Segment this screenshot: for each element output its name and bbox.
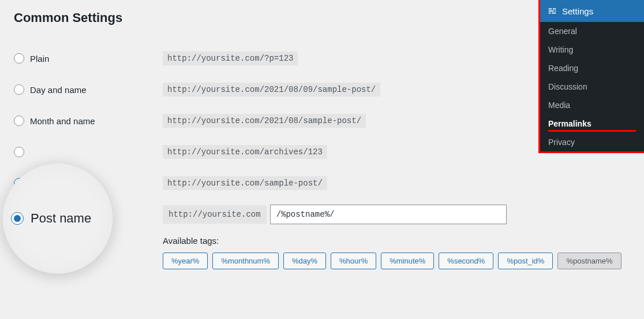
svg-rect-1 (553, 9, 556, 10)
radio-month-name[interactable] (14, 116, 24, 126)
sidebar-item-writing[interactable]: Writing (540, 40, 644, 59)
svg-rect-4 (549, 13, 551, 14)
custom-structure-input[interactable] (270, 205, 507, 224)
svg-rect-3 (555, 10, 556, 12)
permalink-option-post-name: Post namehttp://yoursite.com/sample-post… (14, 168, 630, 199)
settings-icon (547, 6, 557, 16)
sidebar-item-discussion[interactable]: Discussion (540, 77, 644, 96)
radio-plain[interactable] (14, 53, 24, 64)
permalink-option-plain: Plainhttp://yoursite.com/?p=123 (14, 43, 630, 74)
tag-button-monthnum[interactable]: %monthnum% (212, 253, 279, 269)
option-label-plain: Plain (30, 54, 49, 64)
permalink-option-month-name: Month and namehttp://yoursite.com/2021/0… (14, 105, 630, 136)
sidebar-item-permalinks[interactable]: Permalinks (540, 114, 644, 133)
sidebar-item-privacy[interactable]: Privacy (540, 133, 644, 151)
url-sample-month-name: http://yoursite.com/2021/08/sample-post/ (163, 114, 366, 128)
permalink-option-numeric: http://yoursite.com/archives/123 (14, 136, 630, 168)
tag-button-minute[interactable]: %minute% (381, 253, 434, 269)
sidebar-title: Settings (562, 6, 593, 16)
url-sample-day-name: http://yoursite.com/2021/08/09/sample-po… (163, 83, 380, 97)
sidebar-item-general[interactable]: General (540, 22, 644, 40)
radio-numeric[interactable] (14, 147, 24, 157)
radio-day-name[interactable] (14, 84, 24, 95)
tag-button-postname[interactable]: %postname% (557, 253, 621, 269)
settings-sidebar: Settings GeneralWritingReadingDiscussion… (540, 0, 644, 151)
tag-button-year[interactable]: %year% (163, 253, 208, 269)
tag-button-hour[interactable]: %hour% (331, 253, 376, 269)
radio-post-name[interactable] (14, 178, 24, 188)
permalink-option-custom: ucture http://yoursite.com (14, 199, 630, 230)
option-label-custom: ucture (30, 210, 54, 220)
radio-custom-structure[interactable] (14, 209, 24, 220)
available-tags-section: Available tags: %year%%monthnum%%day%%ho… (163, 230, 630, 269)
option-label-day-name: Day and name (30, 85, 87, 95)
tag-button-second[interactable]: %second% (439, 253, 493, 269)
tag-button-post_id[interactable]: %post_id% (498, 253, 553, 269)
custom-url-prefix: http://yoursite.com (163, 205, 267, 224)
option-label-month-name: Month and name (30, 116, 95, 126)
url-sample-post-name: http://yoursite.com/sample-post/ (163, 176, 327, 190)
section-heading: Common Settings (14, 10, 630, 25)
available-tags-title: Available tags: (163, 236, 630, 246)
available-tags-list: %year%%monthnum%%day%%hour%%minute%%seco… (163, 253, 630, 269)
sidebar-heading[interactable]: Settings (540, 0, 644, 22)
permalink-option-day-name: Day and namehttp://yoursite.com/2021/08/… (14, 74, 630, 105)
url-sample-plain: http://yoursite.com/?p=123 (163, 51, 298, 65)
sidebar-item-media[interactable]: Media (540, 96, 644, 114)
sidebar-item-reading[interactable]: Reading (540, 59, 644, 77)
option-label-post-name: Post name (30, 179, 72, 188)
url-sample-numeric: http://yoursite.com/archives/123 (163, 145, 327, 159)
svg-rect-2 (549, 10, 554, 12)
svg-rect-0 (549, 9, 552, 10)
tag-button-day[interactable]: %day% (283, 253, 326, 269)
svg-rect-5 (552, 13, 556, 14)
